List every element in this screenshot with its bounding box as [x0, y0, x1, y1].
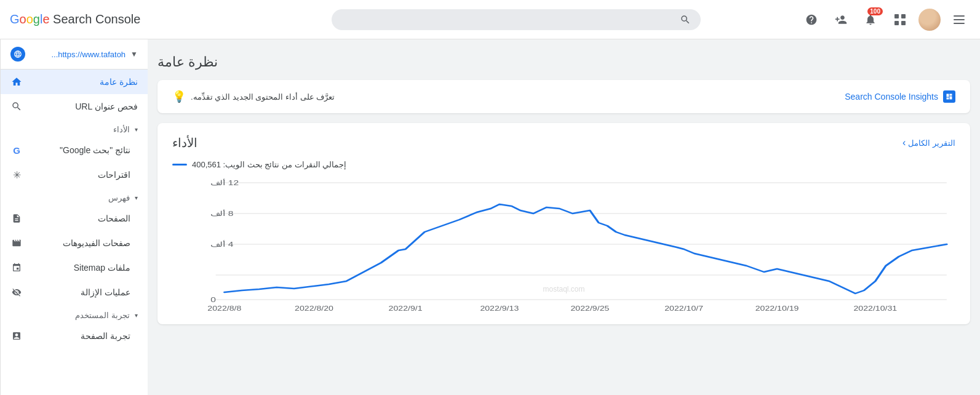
- topbar-brand: Google Search Console: [10, 12, 140, 26]
- svg-text:2022/8/20: 2022/8/20: [295, 305, 333, 312]
- index-chevron-icon: ▾: [135, 194, 138, 201]
- main-layout: نظرة عامة Search Console Insights تعرَّف…: [0, 39, 980, 395]
- section-performance[interactable]: ▾ الأداء: [1, 119, 148, 138]
- svg-text:2022/10/19: 2022/10/19: [755, 305, 799, 312]
- notifications-icon[interactable]: 100: [859, 9, 882, 31]
- svg-text:2022/8/8: 2022/8/8: [207, 305, 241, 312]
- sidebar-item-video-pages[interactable]: صفحات الفيديوهات: [1, 231, 148, 255]
- sidebar-item-page-experience[interactable]: تجربة الصفحة: [1, 324, 148, 348]
- content-area: نظرة عامة Search Console Insights تعرَّف…: [148, 39, 980, 395]
- svg-text:2022/10/31: 2022/10/31: [854, 305, 898, 312]
- clicks-legend: إجمالي النقرات من نتائج بحث الويب: 400,5…: [172, 160, 955, 169]
- section-index[interactable]: ▾ فهرس: [1, 187, 148, 206]
- insight-desc-text: تعرَّف على أداء المحتوى الجديد الذي تقدِ…: [191, 92, 335, 102]
- svg-text:0: 0: [210, 296, 216, 303]
- search-icon: [10, 100, 23, 113]
- svg-text:12 ألف: 12 ألف: [210, 178, 239, 186]
- svg-rect-3: [901, 21, 906, 25]
- svg-text:4 ألف: 4 ألف: [210, 240, 234, 248]
- svg-text:2022/9/13: 2022/9/13: [480, 305, 519, 312]
- home-icon: [10, 76, 23, 88]
- search-icon: [680, 14, 691, 25]
- sidebar-item-google-search[interactable]: نتائج "بحث Google" G: [1, 138, 148, 162]
- svg-rect-2: [894, 21, 899, 25]
- nav-removals-label: عمليات الإزالة: [30, 287, 130, 297]
- nav-pages-label: الصفحات: [30, 213, 130, 223]
- full-report-link[interactable]: التقرير الكامل: [902, 137, 955, 148]
- nav-page-experience-label: تجربة الصفحة: [30, 331, 130, 341]
- svg-text:2022/9/1: 2022/9/1: [389, 305, 423, 312]
- perf-header: التقرير الكامل الأداء: [172, 135, 955, 150]
- topbar-left: 100: [800, 9, 970, 31]
- ux-chevron-icon: ▾: [135, 312, 138, 319]
- brand-logo: Google Search Console: [10, 12, 140, 26]
- sidebar-item-pages[interactable]: الصفحات: [1, 206, 148, 231]
- user-add-icon[interactable]: [830, 9, 852, 31]
- bulb-icon: 💡: [172, 90, 186, 103]
- sidebar-item-overview[interactable]: نظرة عامة: [1, 70, 148, 94]
- svg-rect-1: [901, 14, 906, 18]
- url-search-input[interactable]: [341, 15, 675, 25]
- notification-badge: 100: [867, 7, 883, 15]
- svg-text:8 ألف: 8 ألف: [210, 209, 233, 217]
- legend-line: [172, 164, 187, 166]
- avatar[interactable]: [918, 9, 941, 31]
- insight-brand-label: Search Console Insights: [845, 92, 938, 102]
- nav-sitemaps-label: ملفات Sitemap: [30, 263, 130, 273]
- property-selector[interactable]: ▼ https://www.tafatoh...: [1, 39, 148, 70]
- property-name: https://www.tafatoh...: [30, 50, 125, 59]
- section-performance-label: الأداء: [10, 125, 130, 134]
- sidebar-item-sitemaps[interactable]: ملفات Sitemap: [1, 255, 148, 280]
- svg-text:2022/10/7: 2022/10/7: [664, 305, 703, 312]
- video-icon: [10, 237, 23, 249]
- section-user-experience[interactable]: ▾ تجربة المستخدم: [1, 305, 148, 324]
- section-index-label: فهرس: [10, 193, 130, 202]
- nav-google-search-label: نتائج "بحث Google": [30, 145, 130, 155]
- section-ux-label: تجربة المستخدم: [10, 311, 130, 320]
- nav-url-inspect-label: فحص عنوان URL: [30, 102, 138, 111]
- sidebar-item-removals[interactable]: عمليات الإزالة: [1, 280, 148, 305]
- hamburger-button[interactable]: [948, 9, 970, 31]
- insight-description: تعرَّف على أداء المحتوى الجديد الذي تقدِ…: [172, 90, 335, 103]
- google-g-icon: G: [10, 144, 23, 156]
- apps-icon[interactable]: [889, 9, 911, 31]
- insight-logo-icon: [943, 90, 955, 103]
- svg-rect-0: [894, 14, 899, 18]
- eye-off-icon: [10, 286, 23, 298]
- help-icon[interactable]: [800, 9, 823, 31]
- sitemap-icon: [10, 261, 23, 274]
- sparkle-icon: ✳: [10, 169, 23, 181]
- nav-video-pages-label: صفحات الفيديوهات: [30, 238, 130, 248]
- page-title: نظرة عامة: [157, 54, 218, 70]
- performance-card: التقرير الكامل الأداء إجمالي النقرات من …: [157, 123, 970, 324]
- insight-card: Search Console Insights تعرَّف على أداء …: [157, 80, 970, 113]
- doc-icon: [10, 212, 23, 225]
- page-header: نظرة عامة: [157, 49, 970, 80]
- chart-container: 12 ألف 8 ألف 4 ألف 0 2022/8/8 2022/8/20 …: [172, 177, 955, 312]
- property-icon: [10, 47, 25, 62]
- nav-suggestions-label: اقتراحات: [30, 170, 130, 180]
- page-experience-icon: [10, 330, 23, 342]
- performance-chevron-icon: ▾: [135, 126, 138, 133]
- url-search-bar[interactable]: [332, 9, 701, 30]
- sidebar: ▼ https://www.tafatoh... نظرة عامة فحص ع…: [0, 39, 148, 395]
- nav-overview-label: نظرة عامة: [30, 77, 138, 87]
- topbar: 100 Google Search Console: [0, 0, 980, 39]
- perf-title: الأداء: [172, 135, 197, 150]
- clicks-label: إجمالي النقرات من نتائج بحث الويب: 400,5…: [192, 160, 346, 169]
- sidebar-item-suggestions[interactable]: اقتراحات ✳: [1, 162, 148, 187]
- insight-brand[interactable]: Search Console Insights: [845, 90, 955, 103]
- watermark: mostaql.com: [543, 285, 584, 293]
- property-chevron-icon: ▼: [130, 50, 138, 58]
- sidebar-item-url-inspect[interactable]: فحص عنوان URL: [1, 94, 148, 119]
- svg-text:2022/9/25: 2022/9/25: [571, 305, 610, 312]
